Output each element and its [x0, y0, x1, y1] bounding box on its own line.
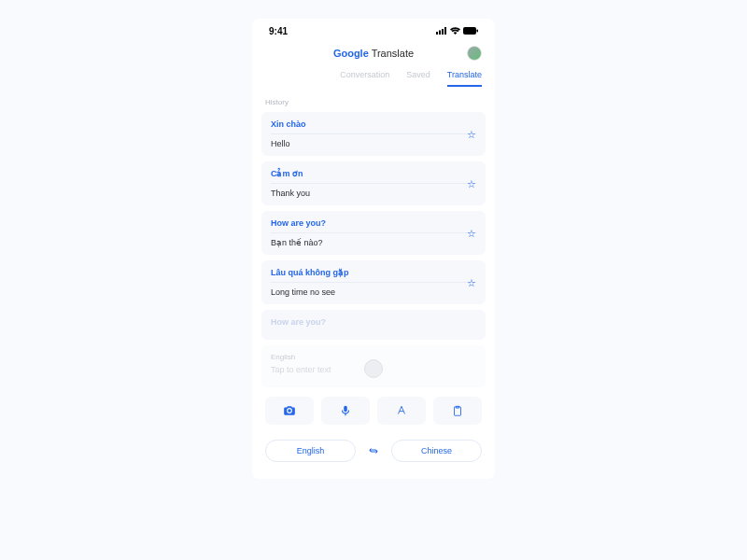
title-google: Google: [333, 48, 369, 59]
battery-icon: [463, 26, 478, 36]
clipboard-icon: [451, 404, 464, 417]
camera-icon: [283, 404, 296, 417]
svg-rect-4: [463, 27, 476, 35]
mic-icon: [339, 404, 352, 417]
swap-button[interactable]: [363, 441, 384, 461]
phone-frame: 9:41 Google Translate Conversation Saved…: [252, 19, 495, 479]
star-icon[interactable]: ☆: [467, 177, 476, 189]
clipboard-button[interactable]: [433, 397, 482, 425]
language-selector-row: English Chinese: [252, 432, 495, 479]
card-divider: [271, 133, 476, 134]
history-card[interactable]: How are you?: [261, 310, 486, 340]
source-language-pill[interactable]: English: [265, 440, 356, 462]
history-source: Cảm ơn: [271, 169, 476, 178]
history-card[interactable]: Xin chào Hello ☆: [261, 112, 486, 156]
card-divider: [271, 282, 476, 283]
tab-conversation[interactable]: Conversation: [340, 70, 389, 87]
star-icon[interactable]: ☆: [467, 276, 476, 288]
history-source: Lâu quá không gặp: [271, 268, 476, 277]
history-source: How are you?: [271, 317, 476, 327]
signal-icon: [436, 26, 447, 36]
history-source: How are you?: [271, 218, 476, 228]
touch-ripple: [364, 359, 383, 378]
target-language-pill[interactable]: Chinese: [391, 440, 482, 462]
font-icon: [395, 404, 408, 417]
wifi-icon: [450, 26, 460, 36]
history-card[interactable]: Cảm ơn Thank you ☆: [261, 161, 486, 205]
svg-rect-3: [444, 27, 446, 35]
tab-saved[interactable]: Saved: [406, 70, 430, 87]
camera-button[interactable]: [265, 397, 314, 425]
history-list: Xin chào Hello ☆ Cảm ơn Thank you ☆ How …: [252, 112, 495, 340]
history-translation: Bạn thế nào?: [271, 238, 476, 247]
status-bar: 9:41: [252, 19, 495, 40]
handwriting-button[interactable]: [377, 397, 426, 425]
action-row: [252, 387, 495, 432]
star-icon[interactable]: ☆: [467, 227, 476, 239]
status-time: 9:41: [269, 26, 288, 36]
history-card[interactable]: How are you? Bạn thế nào? ☆: [261, 211, 486, 255]
svg-rect-5: [477, 30, 479, 33]
svg-rect-2: [442, 29, 444, 35]
app-title: Google Translate: [252, 48, 495, 59]
tabs: Conversation Saved Translate: [252, 61, 495, 87]
svg-rect-1: [439, 31, 441, 35]
history-card[interactable]: Lâu quá không gặp Long time no see ☆: [261, 260, 486, 304]
app-header: Google Translate: [252, 40, 495, 61]
history-label: History: [252, 87, 495, 112]
history-translation: Long time no see: [271, 287, 476, 297]
history-translation: Thank you: [271, 189, 476, 198]
swap-icon: [368, 445, 379, 456]
tab-translate[interactable]: Translate: [447, 70, 482, 87]
history-source: Xin chào: [271, 119, 476, 129]
title-translate: Translate: [369, 48, 414, 59]
status-icons: [436, 26, 478, 36]
mic-button[interactable]: [321, 397, 370, 425]
card-divider: [271, 232, 476, 233]
star-icon[interactable]: ☆: [467, 128, 476, 140]
history-translation: Hello: [271, 139, 476, 148]
avatar[interactable]: [467, 46, 482, 61]
svg-rect-0: [436, 32, 438, 35]
card-divider: [271, 183, 476, 184]
input-area[interactable]: English Tap to enter text: [261, 345, 486, 387]
